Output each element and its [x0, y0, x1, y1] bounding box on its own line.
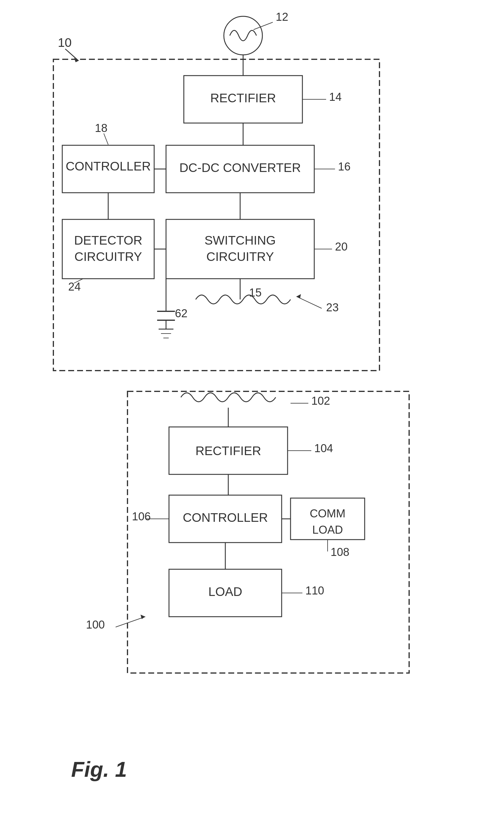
detector-label2: CIRCUITRY: [74, 250, 142, 264]
dc-dc-converter-number: 16: [338, 160, 350, 173]
receiver-coil-number: 102: [311, 395, 330, 407]
receiver-controller-number: 106: [132, 510, 151, 523]
load-number: 110: [305, 584, 324, 597]
ac-source-number: 12: [276, 11, 288, 23]
receiver-controller-label: CONTROLLER: [183, 511, 268, 524]
arrow23-number: 23: [326, 301, 339, 314]
capacitor-number: 62: [175, 307, 187, 320]
system-number-label: 10: [58, 36, 72, 50]
comm-load-label: COMM: [310, 507, 345, 520]
detector-number: 24: [68, 280, 81, 293]
diagram-container: 10 12 RECTIFIER 14 DC-DC CONVERTER 16 CO…: [0, 0, 504, 818]
receiver-rectifier-number: 104: [314, 442, 333, 455]
rectifier-top-label: RECTIFIER: [210, 91, 276, 105]
switching-circuitry-label: SWITCHING: [205, 233, 276, 247]
figure-label: Fig. 1: [71, 758, 127, 781]
switching-circuitry-number: 20: [335, 240, 347, 253]
transformer-number: 15: [249, 286, 261, 299]
receiver-rectifier-label: RECTIFIER: [195, 444, 261, 458]
detector-label: DETECTOR: [74, 233, 142, 247]
controller-number: 18: [95, 122, 107, 134]
comm-load-number: 108: [331, 546, 349, 558]
rectifier-top-number: 14: [329, 91, 342, 103]
comm-load-label2: LOAD: [312, 524, 343, 536]
switching-circuitry-label2: CIRCUITRY: [206, 250, 274, 264]
load-label: LOAD: [208, 585, 242, 599]
svg-rect-17: [166, 219, 314, 279]
receiver-system-number: 100: [86, 618, 105, 631]
svg-rect-19: [62, 219, 154, 279]
controller-label: CONTROLLER: [66, 159, 151, 173]
dc-dc-converter-label: DC-DC CONVERTER: [179, 161, 301, 175]
